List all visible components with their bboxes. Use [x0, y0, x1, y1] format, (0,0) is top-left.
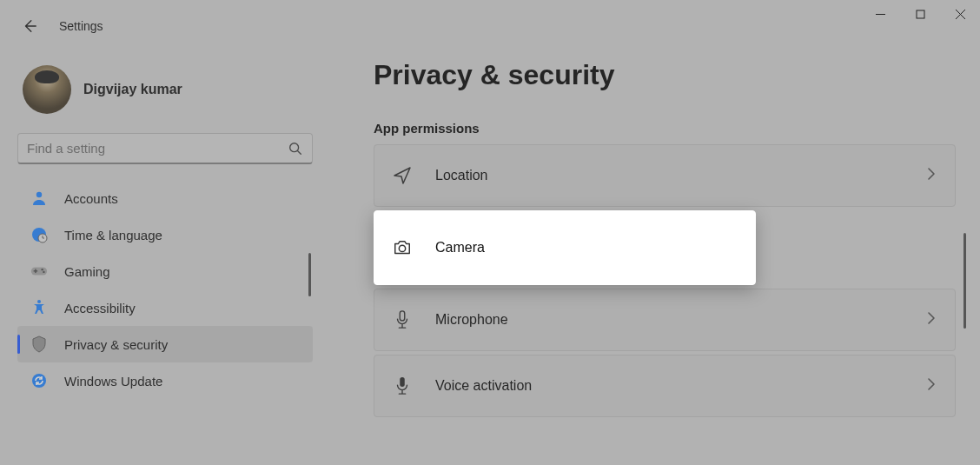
sidebar-scrollbar[interactable] [308, 253, 311, 296]
permission-microphone[interactable]: Microphone [374, 289, 956, 351]
search-input[interactable] [27, 141, 288, 156]
svg-point-18 [399, 245, 405, 251]
avatar [23, 65, 71, 114]
page-title: Privacy & security [374, 59, 956, 91]
svg-point-16 [37, 300, 41, 303]
sidebar: Digvijay kumar Accounts Time & language … [17, 65, 313, 399]
svg-rect-20 [400, 377, 405, 387]
window-controls [860, 0, 980, 28]
sidebar-item-privacy-security[interactable]: Privacy & security [17, 326, 313, 362]
gamepad-icon [30, 262, 49, 281]
permissions-list: Location Camera Microphone [374, 144, 956, 417]
search-icon [288, 141, 303, 156]
maximize-icon [916, 10, 925, 19]
svg-point-6 [36, 192, 42, 197]
svg-point-17 [32, 374, 46, 388]
chevron-right-icon [927, 167, 936, 184]
back-arrow-icon [22, 18, 37, 34]
maximize-button[interactable] [900, 0, 940, 28]
person-icon [30, 189, 49, 208]
app-title: Settings [59, 19, 103, 33]
main-content: Privacy & security App permissions Locat… [374, 59, 956, 417]
search-box[interactable] [17, 133, 313, 164]
sidebar-item-windows-update[interactable]: Windows Update [17, 362, 313, 399]
sidebar-item-label: Gaming [64, 264, 110, 279]
sidebar-item-time-language[interactable]: Time & language [17, 216, 313, 253]
profile-block[interactable]: Digvijay kumar [17, 65, 313, 133]
main-scrollbar[interactable] [963, 233, 966, 329]
profile-name: Digvijay kumar [83, 82, 182, 97]
svg-rect-1 [917, 10, 924, 18]
shield-icon [30, 335, 49, 354]
sidebar-nav: Accounts Time & language Gaming Accessib… [17, 180, 313, 399]
sidebar-item-accounts[interactable]: Accounts [17, 180, 313, 216]
svg-line-5 [298, 150, 301, 154]
permission-label: Camera [435, 240, 738, 256]
voice-icon [392, 375, 413, 396]
permission-voice-activation[interactable]: Voice activation [374, 355, 956, 417]
permission-label: Microphone [435, 312, 937, 328]
sidebar-item-label: Privacy & security [64, 337, 168, 352]
svg-point-12 [41, 269, 43, 270]
sidebar-item-label: Windows Update [64, 374, 162, 389]
camera-icon [392, 237, 413, 258]
svg-rect-15 [35, 269, 36, 274]
close-icon [956, 10, 965, 19]
close-button[interactable] [940, 0, 980, 28]
update-icon [30, 371, 49, 390]
svg-point-4 [290, 143, 299, 151]
sidebar-item-label: Accounts [64, 191, 118, 206]
permission-location[interactable]: Location [374, 144, 956, 207]
permission-camera[interactable]: Camera [374, 210, 756, 285]
sidebar-item-accessibility[interactable]: Accessibility [17, 289, 313, 326]
titlebar: Settings [21, 17, 103, 35]
svg-rect-19 [400, 311, 405, 321]
accessibility-icon [30, 298, 49, 317]
sidebar-item-gaming[interactable]: Gaming [17, 253, 313, 289]
chevron-right-icon [927, 377, 936, 395]
sidebar-item-label: Time & language [64, 228, 162, 242]
chevron-right-icon [927, 311, 936, 329]
minimize-icon [876, 10, 885, 19]
permission-label: Location [435, 168, 937, 183]
location-icon [392, 165, 413, 186]
sidebar-item-label: Accessibility [64, 301, 136, 316]
globe-clock-icon [30, 225, 49, 244]
back-button[interactable] [21, 17, 38, 35]
svg-point-13 [43, 271, 44, 273]
permission-label: Voice activation [435, 378, 937, 394]
microphone-icon [392, 309, 413, 330]
section-heading: App permissions [374, 121, 956, 136]
minimize-button[interactable] [860, 0, 900, 28]
